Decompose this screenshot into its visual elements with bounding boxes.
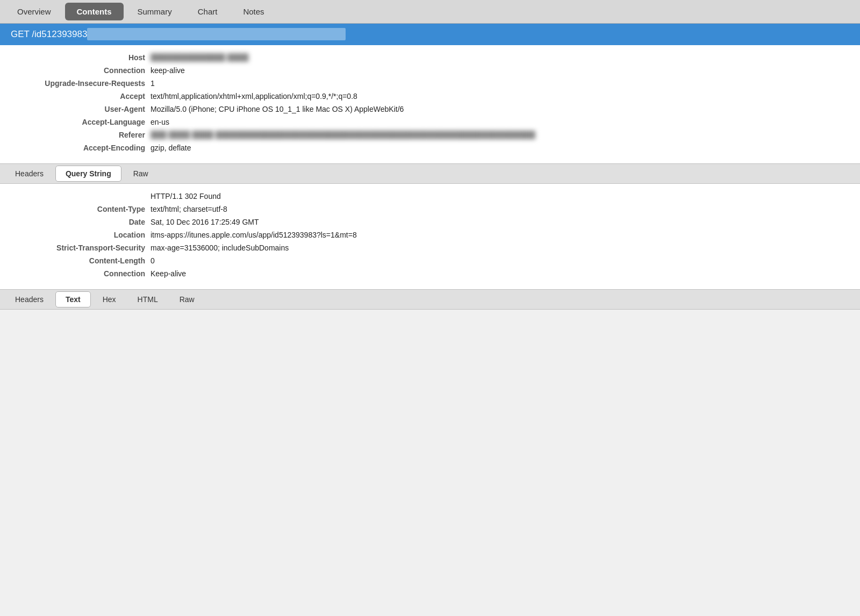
resp-tab-raw[interactable]: Raw <box>170 292 204 307</box>
tab-chart[interactable]: Chart <box>186 3 230 20</box>
field-strict-transport: Strict-Transport-Security max-age=315360… <box>0 242 860 255</box>
field-label-location: Location <box>0 231 150 239</box>
field-value-location: itms-apps://itunes.apple.com/us/app/id51… <box>150 231 860 239</box>
field-value-connection-req: keep-alive <box>150 66 860 75</box>
field-value-accept-language: en-us <box>150 118 860 126</box>
field-label-upgrade-insecure: Upgrade-Insecure-Requests <box>0 79 150 88</box>
field-connection-req: Connection keep-alive <box>0 65 860 77</box>
field-value-referer: ███ ████ ████ ██████████████████████████… <box>150 131 860 139</box>
field-label-referer: Referer <box>0 131 150 139</box>
resp-tab-hex[interactable]: Hex <box>93 292 126 307</box>
field-location: Location itms-apps://itunes.apple.com/us… <box>0 229 860 242</box>
request-fields-section: Host ██████████████ ████ Connection keep… <box>0 45 860 163</box>
field-label-host: Host <box>0 53 150 62</box>
field-label-accept-language: Accept-Language <box>0 118 150 126</box>
field-label-content-type: Content-Type <box>0 205 150 213</box>
field-label-accept-encoding: Accept-Encoding <box>0 144 150 152</box>
req-tab-headers[interactable]: Headers <box>5 166 53 181</box>
field-user-agent: User-Agent Mozilla/5.0 (iPhone; CPU iPho… <box>0 103 860 116</box>
resp-tab-headers[interactable]: Headers <box>5 292 53 307</box>
tab-notes[interactable]: Notes <box>231 3 276 20</box>
field-label-strict-transport: Strict-Transport-Security <box>0 243 150 252</box>
request-method-path: GET /id512393983 <box>11 29 87 39</box>
field-upgrade-insecure: Upgrade-Insecure-Requests 1 <box>0 77 860 90</box>
field-value-date: Sat, 10 Dec 2016 17:25:49 GMT <box>150 218 860 226</box>
field-referer: Referer ███ ████ ████ ██████████████████… <box>0 129 860 142</box>
field-value-upgrade-insecure: 1 <box>150 79 860 88</box>
top-tab-bar: Overview Contents Summary Chart Notes <box>0 0 860 24</box>
field-label-content-length: Content-Length <box>0 256 150 265</box>
resp-tab-html[interactable]: HTML <box>128 292 168 307</box>
field-value-accept: text/html,application/xhtml+xml,applicat… <box>150 92 860 101</box>
field-label-user-agent: User-Agent <box>0 105 150 113</box>
field-connection-resp: Connection Keep-alive <box>0 268 860 281</box>
field-label-accept: Accept <box>0 92 150 101</box>
field-label-date: Date <box>0 218 150 226</box>
field-label-connection-resp: Connection <box>0 269 150 278</box>
response-sub-tab-bar: Headers Text Hex HTML Raw <box>0 289 860 310</box>
field-value-strict-transport: max-age=31536000; includeSubDomains <box>150 243 860 252</box>
field-value-host: ██████████████ ████ <box>150 53 860 62</box>
tab-contents[interactable]: Contents <box>65 3 124 20</box>
field-content-length: Content-Length 0 <box>0 255 860 268</box>
response-fields-section: HTTP/1.1 302 Found Content-Type text/htm… <box>0 184 860 289</box>
field-value-accept-encoding: gzip, deflate <box>150 144 860 152</box>
field-value-user-agent: Mozilla/5.0 (iPhone; CPU iPhone OS 10_1_… <box>150 105 860 113</box>
req-tab-query-string[interactable]: Query String <box>55 166 121 182</box>
field-date: Date Sat, 10 Dec 2016 17:25:49 GMT <box>0 216 860 229</box>
field-accept-encoding: Accept-Encoding gzip, deflate <box>0 142 860 155</box>
request-sub-tab-bar: Headers Query String Raw <box>0 163 860 184</box>
request-url-bar: GET /id512393983 <box>0 24 860 45</box>
field-content-type: Content-Type text/html; charset=utf-8 <box>0 203 860 216</box>
field-value-content-type: text/html; charset=utf-8 <box>150 205 860 213</box>
resp-tab-text[interactable]: Text <box>55 291 91 307</box>
tab-summary[interactable]: Summary <box>126 3 184 20</box>
tab-overview[interactable]: Overview <box>5 3 63 20</box>
field-value-content-length: 0 <box>150 256 860 265</box>
field-host: Host ██████████████ ████ <box>0 52 860 65</box>
field-accept: Accept text/html,application/xhtml+xml,a… <box>0 90 860 103</box>
main-container: Overview Contents Summary Chart Notes GE… <box>0 0 860 616</box>
field-value-http-status: HTTP/1.1 302 Found <box>150 192 860 200</box>
req-tab-raw[interactable]: Raw <box>124 166 158 181</box>
field-http-status: HTTP/1.1 302 Found <box>0 190 860 203</box>
field-accept-language: Accept-Language en-us <box>0 116 860 129</box>
request-url-highlight <box>87 28 345 40</box>
field-value-connection-resp: Keep-alive <box>150 269 860 278</box>
field-label-connection-req: Connection <box>0 66 150 75</box>
